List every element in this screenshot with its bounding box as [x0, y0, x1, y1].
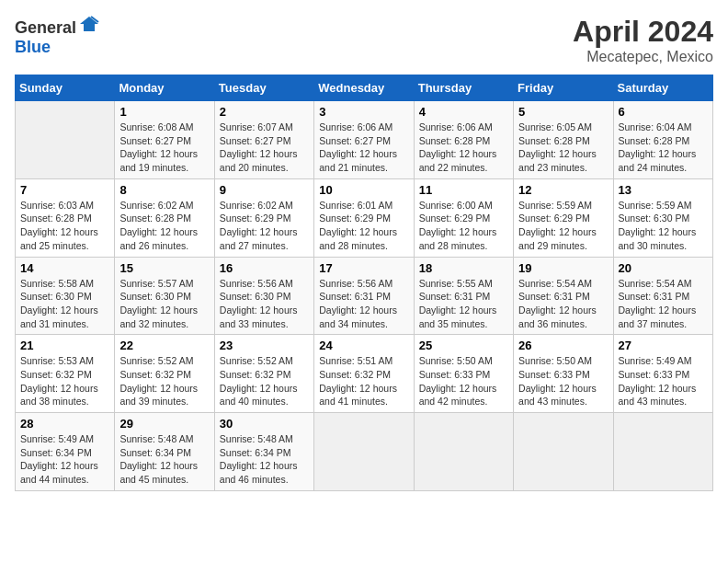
day-header-tuesday: Tuesday	[214, 75, 313, 101]
cell-info: Sunrise: 6:08 AMSunset: 6:27 PMDaylight:…	[119, 121, 209, 175]
day-number: 1	[119, 105, 209, 119]
calendar-cell: 29Sunrise: 5:48 AMSunset: 6:34 PMDayligh…	[115, 413, 214, 491]
day-header-sunday: Sunday	[16, 75, 115, 101]
calendar-cell: 21Sunrise: 5:53 AMSunset: 6:32 PMDayligh…	[16, 335, 115, 413]
day-number: 21	[20, 339, 109, 352]
day-number: 28	[20, 417, 109, 431]
location-title: Mecatepec, Mexico	[573, 49, 713, 65]
calendar-cell: 3Sunrise: 6:06 AMSunset: 6:27 PMDaylight…	[314, 101, 414, 179]
cell-info: Sunrise: 5:53 AMSunset: 6:32 PMDaylight:…	[20, 354, 109, 408]
calendar-cell: 19Sunrise: 5:54 AMSunset: 6:31 PMDayligh…	[514, 257, 613, 335]
day-number: 17	[319, 261, 408, 275]
month-title: April 2024	[573, 15, 713, 49]
day-number: 8	[119, 183, 209, 197]
calendar-cell: 6Sunrise: 6:04 AMSunset: 6:28 PMDaylight…	[613, 101, 712, 179]
calendar-cell: 18Sunrise: 5:55 AMSunset: 6:31 PMDayligh…	[414, 257, 513, 335]
cell-info: Sunrise: 5:59 AMSunset: 6:30 PMDaylight:…	[619, 199, 708, 253]
cell-info: Sunrise: 6:05 AMSunset: 6:28 PMDaylight:…	[518, 121, 608, 175]
calendar-cell	[414, 413, 513, 491]
cell-info: Sunrise: 6:06 AMSunset: 6:28 PMDaylight:…	[419, 121, 508, 175]
calendar-cell: 17Sunrise: 5:56 AMSunset: 6:31 PMDayligh…	[314, 257, 414, 335]
day-number: 6	[619, 105, 708, 119]
calendar-cell: 5Sunrise: 6:05 AMSunset: 6:28 PMDaylight…	[514, 101, 613, 179]
calendar-cell: 10Sunrise: 6:01 AMSunset: 6:29 PMDayligh…	[314, 178, 414, 257]
cell-info: Sunrise: 5:50 AMSunset: 6:33 PMDaylight:…	[419, 354, 508, 408]
day-number: 14	[20, 261, 109, 275]
calendar-cell: 28Sunrise: 5:49 AMSunset: 6:34 PMDayligh…	[16, 413, 115, 491]
calendar-cell: 9Sunrise: 6:02 AMSunset: 6:29 PMDaylight…	[214, 178, 313, 257]
cell-info: Sunrise: 5:57 AMSunset: 6:30 PMDaylight:…	[119, 277, 209, 331]
day-header-wednesday: Wednesday	[314, 75, 414, 101]
cell-info: Sunrise: 6:06 AMSunset: 6:27 PMDaylight:…	[319, 121, 408, 175]
day-number: 9	[220, 183, 309, 197]
week-row-1: 1Sunrise: 6:08 AMSunset: 6:27 PMDaylight…	[16, 101, 713, 179]
cell-info: Sunrise: 6:02 AMSunset: 6:28 PMDaylight:…	[119, 199, 209, 253]
day-header-friday: Friday	[514, 75, 613, 101]
day-header-thursday: Thursday	[414, 75, 513, 101]
calendar-cell: 14Sunrise: 5:58 AMSunset: 6:30 PMDayligh…	[16, 257, 115, 335]
calendar-cell: 23Sunrise: 5:52 AMSunset: 6:32 PMDayligh…	[214, 335, 313, 413]
cell-info: Sunrise: 5:54 AMSunset: 6:31 PMDaylight:…	[518, 277, 608, 331]
day-number: 12	[518, 183, 608, 197]
day-number: 11	[419, 183, 508, 197]
calendar-table: SundayMondayTuesdayWednesdayThursdayFrid…	[15, 75, 713, 491]
page-header: General Blue April 2024 Mecatepec, Mexic…	[15, 15, 713, 65]
logo-blue: Blue	[15, 38, 51, 56]
day-number: 18	[419, 261, 508, 275]
calendar-cell: 1Sunrise: 6:08 AMSunset: 6:27 PMDaylight…	[115, 101, 214, 179]
calendar-cell: 11Sunrise: 6:00 AMSunset: 6:29 PMDayligh…	[414, 178, 513, 257]
cell-info: Sunrise: 5:58 AMSunset: 6:30 PMDaylight:…	[20, 277, 109, 331]
calendar-cell: 26Sunrise: 5:50 AMSunset: 6:33 PMDayligh…	[514, 335, 613, 413]
calendar-cell: 22Sunrise: 5:52 AMSunset: 6:32 PMDayligh…	[115, 335, 214, 413]
day-number: 20	[619, 261, 708, 275]
calendar-cell	[16, 101, 115, 179]
day-number: 24	[319, 339, 408, 352]
cell-info: Sunrise: 5:56 AMSunset: 6:30 PMDaylight:…	[220, 277, 309, 331]
day-number: 5	[518, 105, 608, 119]
day-number: 15	[119, 261, 209, 275]
week-row-5: 28Sunrise: 5:49 AMSunset: 6:34 PMDayligh…	[16, 413, 713, 491]
calendar-cell: 2Sunrise: 6:07 AMSunset: 6:27 PMDaylight…	[214, 101, 313, 179]
title-area: April 2024 Mecatepec, Mexico	[573, 15, 713, 65]
cell-info: Sunrise: 5:54 AMSunset: 6:31 PMDaylight:…	[619, 277, 708, 331]
cell-info: Sunrise: 5:59 AMSunset: 6:29 PMDaylight:…	[518, 199, 608, 253]
calendar-cell: 13Sunrise: 5:59 AMSunset: 6:30 PMDayligh…	[613, 178, 712, 257]
header-row: SundayMondayTuesdayWednesdayThursdayFrid…	[16, 75, 713, 101]
calendar-cell	[613, 413, 712, 491]
cell-info: Sunrise: 5:48 AMSunset: 6:34 PMDaylight:…	[220, 432, 309, 487]
cell-info: Sunrise: 6:07 AMSunset: 6:27 PMDaylight:…	[220, 121, 309, 175]
calendar-cell: 12Sunrise: 5:59 AMSunset: 6:29 PMDayligh…	[514, 178, 613, 257]
cell-info: Sunrise: 5:51 AMSunset: 6:32 PMDaylight:…	[319, 354, 408, 408]
day-number: 2	[220, 105, 309, 119]
day-number: 3	[319, 105, 408, 119]
day-number: 7	[20, 183, 109, 197]
day-number: 22	[119, 339, 209, 352]
day-number: 27	[619, 339, 708, 352]
calendar-cell: 24Sunrise: 5:51 AMSunset: 6:32 PMDayligh…	[314, 335, 414, 413]
calendar-cell: 16Sunrise: 5:56 AMSunset: 6:30 PMDayligh…	[214, 257, 313, 335]
logo-icon	[78, 15, 100, 33]
day-number: 19	[518, 261, 608, 275]
week-row-3: 14Sunrise: 5:58 AMSunset: 6:30 PMDayligh…	[16, 257, 713, 335]
day-number: 25	[419, 339, 508, 352]
cell-info: Sunrise: 5:55 AMSunset: 6:31 PMDaylight:…	[419, 277, 508, 331]
calendar-cell: 20Sunrise: 5:54 AMSunset: 6:31 PMDayligh…	[613, 257, 712, 335]
cell-info: Sunrise: 5:56 AMSunset: 6:31 PMDaylight:…	[319, 277, 408, 331]
cell-info: Sunrise: 6:04 AMSunset: 6:28 PMDaylight:…	[619, 121, 708, 175]
week-row-4: 21Sunrise: 5:53 AMSunset: 6:32 PMDayligh…	[16, 335, 713, 413]
logo-general: General	[15, 18, 76, 37]
calendar-cell	[514, 413, 613, 491]
calendar-cell: 30Sunrise: 5:48 AMSunset: 6:34 PMDayligh…	[214, 413, 313, 491]
calendar-cell: 7Sunrise: 6:03 AMSunset: 6:28 PMDaylight…	[16, 178, 115, 257]
cell-info: Sunrise: 5:49 AMSunset: 6:34 PMDaylight:…	[20, 432, 109, 487]
logo: General Blue	[15, 15, 100, 57]
calendar-cell: 27Sunrise: 5:49 AMSunset: 6:33 PMDayligh…	[613, 335, 712, 413]
cell-info: Sunrise: 5:52 AMSunset: 6:32 PMDaylight:…	[220, 354, 309, 408]
cell-info: Sunrise: 6:03 AMSunset: 6:28 PMDaylight:…	[20, 199, 109, 253]
cell-info: Sunrise: 6:02 AMSunset: 6:29 PMDaylight:…	[220, 199, 309, 253]
calendar-cell: 25Sunrise: 5:50 AMSunset: 6:33 PMDayligh…	[414, 335, 513, 413]
cell-info: Sunrise: 6:01 AMSunset: 6:29 PMDaylight:…	[319, 199, 408, 253]
day-number: 29	[119, 417, 209, 431]
cell-info: Sunrise: 5:48 AMSunset: 6:34 PMDaylight:…	[119, 432, 209, 487]
day-number: 13	[619, 183, 708, 197]
